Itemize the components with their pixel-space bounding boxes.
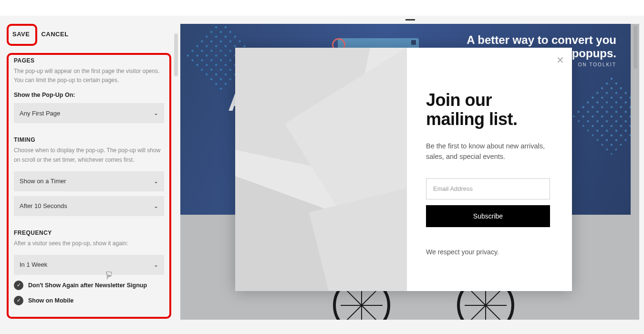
chevron-down-icon: ⌄ — [154, 261, 158, 268]
popup-title-line1: Join our — [426, 91, 553, 110]
show-on-mobile-checkbox[interactable]: ✓ — [14, 296, 23, 305]
hero-headline-1: A better way to convert you — [467, 33, 616, 47]
timing-mode-value: Show on a Timer — [20, 177, 66, 185]
save-button[interactable]: SAVE — [7, 27, 35, 41]
frequency-dropdown[interactable]: In 1 Week ⌄ — [14, 255, 164, 275]
drag-handle[interactable] — [405, 19, 415, 21]
show-popup-on-label: Show the Pop-Up On: — [14, 92, 164, 98]
subscribe-button[interactable]: Subscribe — [426, 205, 550, 227]
show-popup-on-dropdown[interactable]: Any First Page ⌄ — [14, 103, 164, 123]
privacy-note: We respect your privacy. — [426, 248, 553, 256]
timing-delay-value: After 10 Seconds — [20, 202, 67, 209]
frequency-section-desc: After a visitor sees the pop-up, show it… — [14, 239, 164, 248]
popup-image — [235, 48, 407, 291]
email-input[interactable]: Email Address — [426, 178, 550, 199]
newsletter-signup-checkbox[interactable]: ✓ — [14, 281, 23, 290]
timing-mode-dropdown[interactable]: Show on a Timer ⌄ — [14, 171, 164, 191]
popup-subtitle: Be the first to know about new arrivals,… — [426, 141, 553, 162]
pages-section-title: PAGES — [14, 57, 164, 64]
frequency-value: In 1 Week — [20, 261, 47, 268]
show-popup-on-value: Any First Page — [20, 110, 60, 117]
chevron-down-icon: ⌄ — [154, 203, 158, 209]
timing-section-desc: Choose when to display the pop-up. The p… — [14, 146, 164, 164]
cancel-button[interactable]: CANCEL — [38, 27, 71, 41]
show-on-mobile-label: Show on Mobile — [28, 297, 73, 304]
chevron-down-icon: ⌄ — [154, 178, 158, 185]
mailing-list-popup: ✕ Join our mailing list. Be the first to… — [235, 48, 572, 291]
newsletter-signup-label: Don't Show Again after Newsletter Signup — [28, 282, 147, 289]
pages-section-desc: The pop-up will appear on the first page… — [14, 67, 164, 85]
page-preview: A A better way to convert you visitors w… — [180, 24, 639, 320]
decorative-dots — [571, 74, 631, 155]
close-icon[interactable]: ✕ — [556, 54, 564, 66]
preview-scrollbar[interactable] — [634, 26, 637, 69]
popup-title-line2: mailing list. — [426, 110, 553, 129]
chevron-down-icon: ⌄ — [154, 110, 158, 116]
timing-section-title: TIMING — [14, 136, 164, 143]
settings-sidebar: SAVE CANCEL PAGES The pop-up will appear… — [7, 16, 171, 320]
timing-delay-dropdown[interactable]: After 10 Seconds ⌄ — [14, 196, 164, 216]
sidebar-scrollbar[interactable] — [174, 33, 178, 76]
frequency-section-title: FREQUENCY — [14, 230, 164, 236]
